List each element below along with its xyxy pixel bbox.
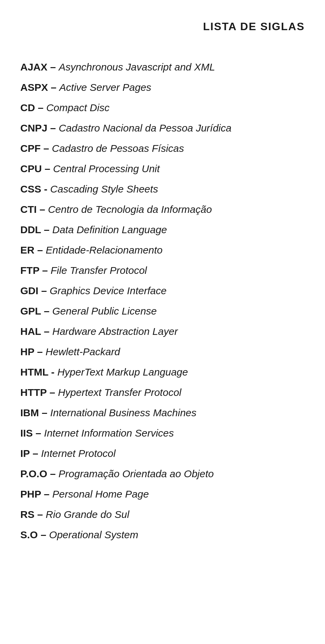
page-title: LISTA DE SIGLAS — [20, 20, 305, 33]
acronym-description: Personal Home Page — [52, 488, 149, 500]
list-item: CPF – Cadastro de Pessoas Físicas — [20, 141, 305, 156]
acronym-separator: – — [30, 448, 41, 459]
list-item: CSS - Cascading Style Sheets — [20, 182, 305, 196]
acronym-separator: – — [38, 285, 49, 296]
acronym-separator: – — [41, 326, 52, 337]
list-item: DDL – Data Definition Language — [20, 223, 305, 237]
list-item: HTML - HyperText Markup Language — [20, 365, 305, 379]
acronym-description: International Business Machines — [50, 407, 196, 418]
list-item: IIS – Internet Information Services — [20, 426, 305, 440]
acronym-separator: – — [34, 346, 45, 357]
acronym-separator: – — [38, 529, 49, 540]
acronym-separator: – — [35, 509, 46, 520]
acronym-abbreviation: GDI — [20, 285, 38, 296]
acronym-abbreviation: AJAX — [20, 61, 47, 73]
acronym-description: Asynchronous Javascript and XML — [59, 61, 215, 73]
acronym-separator: – — [48, 82, 59, 93]
list-item: CD – Compact Disc — [20, 101, 305, 115]
acronym-separator: – — [47, 122, 59, 134]
acronym-abbreviation: PHP — [20, 488, 41, 500]
acronym-abbreviation: HAL — [20, 326, 41, 337]
acronym-separator: – — [41, 224, 52, 235]
acronym-abbreviation: IBM — [20, 407, 39, 418]
acronym-separator: – — [39, 265, 50, 276]
acronym-description: Centro de Tecnologia da Informação — [48, 204, 212, 215]
acronym-abbreviation: CSS — [20, 183, 41, 195]
acronym-description: Hewlett-Packard — [46, 346, 120, 357]
acronym-description: Cascading Style Sheets — [50, 183, 158, 195]
acronym-separator: – — [41, 305, 52, 317]
acronym-abbreviation: CNPJ — [20, 122, 47, 134]
list-item: RS – Rio Grande do Sul — [20, 507, 305, 522]
acronym-description: Cadastro Nacional da Pessoa Jurídica — [59, 122, 231, 134]
list-item: CTI – Centro de Tecnologia da Informação — [20, 202, 305, 217]
acronym-separator: – — [47, 61, 59, 73]
acronym-abbreviation: S.O — [20, 529, 38, 540]
acronym-separator: – — [33, 427, 44, 439]
acronym-description: Graphics Device Interface — [50, 285, 167, 296]
acronym-description: Programação Orientada ao Objeto — [59, 468, 214, 479]
acronym-separator: – — [37, 204, 48, 215]
acronym-description: Rio Grande do Sul — [46, 509, 129, 520]
acronym-separator: – — [42, 163, 53, 174]
acronym-abbreviation: CPF — [20, 143, 41, 154]
list-item: AJAX – Asynchronous Javascript and XML — [20, 60, 305, 74]
acronym-abbreviation: CTI — [20, 204, 37, 215]
list-item: HTTP – Hypertext Transfer Protocol — [20, 385, 305, 400]
acronym-description: Entidade-Relacionamento — [46, 244, 162, 256]
acronym-abbreviation: GPL — [20, 305, 41, 317]
acronym-separator: – — [47, 387, 58, 398]
acronym-abbreviation: IIS — [20, 427, 33, 439]
acronym-description: Central Processing Unit — [53, 163, 160, 174]
acronym-abbreviation: HTTP — [20, 387, 47, 398]
list-item: IBM – International Business Machines — [20, 406, 305, 420]
acronym-description: Internet Information Services — [44, 427, 174, 439]
acronym-description: Internet Protocol — [41, 448, 115, 459]
acronym-description: Active Server Pages — [59, 82, 151, 93]
acronym-abbreviation: ASPX — [20, 82, 48, 93]
acronym-abbreviation: ER — [20, 244, 35, 256]
acronym-separator: – — [35, 244, 46, 256]
acronym-description: HyperText Markup Language — [57, 366, 188, 378]
list-item: PHP – Personal Home Page — [20, 487, 305, 501]
acronym-separator: – — [39, 407, 50, 418]
list-item: ER – Entidade-Relacionamento — [20, 243, 305, 257]
acronym-description: File Transfer Protocol — [50, 265, 147, 276]
acronym-description: Data Definition Language — [52, 224, 167, 235]
acronym-separator: – — [35, 102, 46, 113]
acronym-abbreviation: IP — [20, 448, 30, 459]
list-item: GDI – Graphics Device Interface — [20, 284, 305, 298]
acronym-abbreviation: RS — [20, 509, 35, 520]
acronym-abbreviation: HP — [20, 346, 34, 357]
acronym-abbreviation: DDL — [20, 224, 41, 235]
list-item: HP – Hewlett-Packard — [20, 345, 305, 359]
acronym-description: Hypertext Transfer Protocol — [58, 387, 181, 398]
list-item: P.O.O – Programação Orientada ao Objeto — [20, 467, 305, 481]
list-item: FTP – File Transfer Protocol — [20, 263, 305, 278]
acronym-separator: – — [41, 488, 52, 500]
list-item: CNPJ – Cadastro Nacional da Pessoa Juríd… — [20, 121, 305, 135]
acronym-abbreviation: HTML — [20, 366, 48, 378]
acronym-description: Operational System — [49, 529, 138, 540]
acronym-description: Compact Disc — [46, 102, 110, 113]
list-item: IP – Internet Protocol — [20, 446, 305, 461]
acronym-abbreviation: FTP — [20, 265, 39, 276]
acronym-separator: - — [41, 183, 50, 195]
acronym-separator: – — [47, 468, 58, 479]
list-item: S.O – Operational System — [20, 528, 305, 542]
list-item: GPL – General Public License — [20, 304, 305, 318]
acronym-description: Cadastro de Pessoas Físicas — [52, 143, 184, 154]
list-item: ASPX – Active Server Pages — [20, 80, 305, 95]
acronym-abbreviation: CPU — [20, 163, 42, 174]
acronym-list: AJAX – Asynchronous Javascript and XMLAS… — [20, 60, 305, 542]
acronym-description: Hardware Abstraction Layer — [52, 326, 178, 337]
acronym-abbreviation: P.O.O — [20, 468, 47, 479]
acronym-separator: – — [41, 143, 52, 154]
acronym-description: General Public License — [52, 305, 157, 317]
list-item: HAL – Hardware Abstraction Layer — [20, 324, 305, 339]
list-item: CPU – Central Processing Unit — [20, 162, 305, 176]
acronym-abbreviation: CD — [20, 102, 35, 113]
acronym-separator: - — [48, 366, 58, 378]
